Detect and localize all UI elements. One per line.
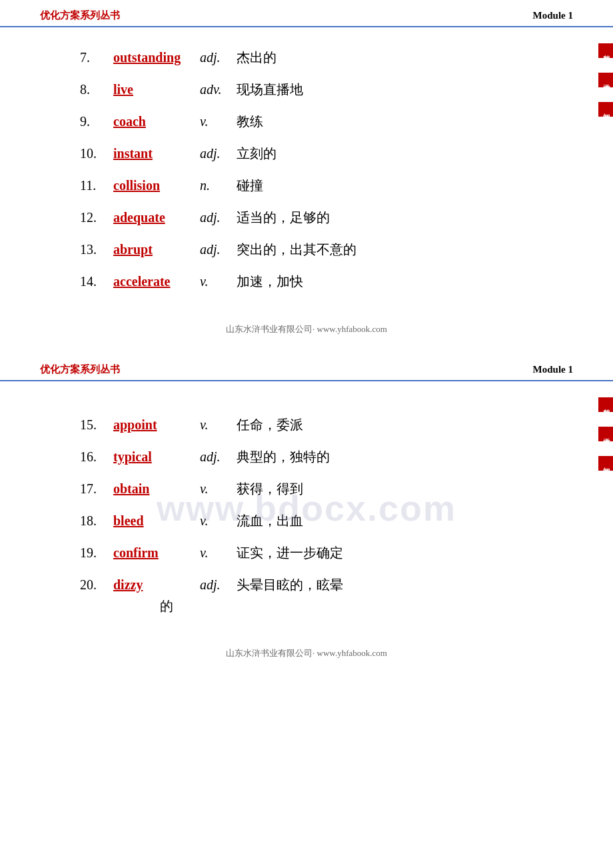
vocab-num-20: 20. <box>80 575 113 595</box>
vocab-word-adequate: adequate <box>113 207 200 227</box>
section-1: 优化方案系列丛书 Module 1 7. outstanding adj. 杰出… <box>0 0 613 354</box>
vocab-pos-16: adj. <box>200 447 237 467</box>
vocab-meaning-16: 典型的，独特的 <box>237 447 330 467</box>
vocab-pos-13: adj. <box>200 239 237 259</box>
dizzy-extra: 的 <box>80 597 546 615</box>
vocab-meaning-15: 任命，委派 <box>237 415 303 435</box>
footer-text-2: 山东水浒书业有限公司· www.yhfabook.com <box>226 648 387 658</box>
vocab-num-9: 9. <box>80 111 113 131</box>
page: 优化方案系列丛书 Module 1 7. outstanding adj. 杰出… <box>0 0 613 671</box>
vocab-pos-9: v. <box>200 111 237 131</box>
vocab-pos-12: adj. <box>200 207 237 227</box>
vocab-word-accelerate: accelerate <box>113 271 200 291</box>
header-module-1: Module 1 <box>533 10 573 21</box>
sidebar-tab-key-2[interactable]: 重点难点研析 <box>598 427 613 441</box>
sidebar-tab-basics-2[interactable]: 基础知识自采 <box>598 397 613 412</box>
vocab-word-collision: collision <box>113 175 200 195</box>
vocab-meaning-7: 杰出的 <box>237 47 277 67</box>
section-2: 优化方案系列丛书 Module 1 www.bdocx.com 15. appo… <box>0 354 613 671</box>
vocab-item-11: 11. collision n. 碰撞 <box>80 175 546 195</box>
vocab-pos-14: v. <box>200 271 237 291</box>
sidebar-tab-practice-2[interactable]: 知能强化训练 <box>598 456 613 471</box>
vocab-item-8: 8. live adv. 现场直播地 <box>80 79 546 99</box>
sidebar-tab-practice-1[interactable]: 知能强化训练 <box>598 102 613 117</box>
header-title-1: 优化方案系列丛书 <box>40 9 120 22</box>
content-area-2: 15. appoint v. 任命，委派 16. typical adj. 典型… <box>0 381 613 641</box>
vocab-pos-8: adv. <box>200 79 237 99</box>
vocab-num-11: 11. <box>80 175 113 195</box>
vocab-word-instant: instant <box>113 143 200 163</box>
content-area-1: 7. outstanding adj. 杰出的 8. live adv. 现场直… <box>0 27 613 317</box>
header-title-2: 优化方案系列丛书 <box>40 363 120 376</box>
vocab-pos-11: n. <box>200 175 237 195</box>
vocab-num-13: 13. <box>80 239 113 259</box>
vocab-pos-15: v. <box>200 415 237 435</box>
vocab-num-16: 16. <box>80 447 113 467</box>
vocab-word-dizzy: dizzy <box>113 575 200 595</box>
vocab-item-7: 7. outstanding adj. 杰出的 <box>80 47 546 67</box>
vocab-num-18: 18. <box>80 511 113 531</box>
header-module-2: Module 1 <box>533 364 573 375</box>
vocab-pos-19: v. <box>200 543 237 563</box>
vocab-num-12: 12. <box>80 207 113 227</box>
sidebar-tabs-1: 基础知识自采 重点难点研析 知能强化训练 <box>598 23 613 354</box>
vocab-num-14: 14. <box>80 271 113 291</box>
vocab-item-13: 13. abrupt adj. 突出的，出其不意的 <box>80 239 546 259</box>
vocab-num-19: 19. <box>80 543 113 563</box>
sidebar-tab-key-1[interactable]: 重点难点研析 <box>598 73 613 87</box>
vocab-meaning-19: 证实，进一步确定 <box>237 543 343 563</box>
vocab-item-17: 17. obtain v. 获得，得到 <box>80 479 546 499</box>
footer-text-1: 山东水浒书业有限公司· www.yhfabook.com <box>226 324 387 334</box>
vocab-meaning-11: 碰撞 <box>237 175 263 195</box>
vocab-meaning-14: 加速，加快 <box>237 271 303 291</box>
vocab-meaning-9: 教练 <box>237 111 263 131</box>
vocab-num-8: 8. <box>80 79 113 99</box>
vocab-pos-10: adj. <box>200 143 237 163</box>
sidebar-tab-basics-1[interactable]: 基础知识自采 <box>598 43 613 58</box>
vocab-word-coach: coach <box>113 111 200 131</box>
vocab-word-abrupt: abrupt <box>113 239 200 259</box>
vocab-item-19: 19. confirm v. 证实，进一步确定 <box>80 543 546 563</box>
sidebar-tabs-2: 基础知识自采 重点难点研析 知能强化训练 <box>598 377 613 671</box>
footer-2: 山东水浒书业有限公司· www.yhfabook.com <box>0 641 613 671</box>
vocab-list-1: 7. outstanding adj. 杰出的 8. live adv. 现场直… <box>80 47 546 291</box>
header-1: 优化方案系列丛书 Module 1 <box>0 0 613 27</box>
vocab-word-confirm: confirm <box>113 543 200 563</box>
vocab-pos-17: v. <box>200 479 237 499</box>
vocab-item-9: 9. coach v. 教练 <box>80 111 546 131</box>
vocab-word-outstanding: outstanding <box>113 47 200 67</box>
vocab-meaning-20: 头晕目眩的，眩晕 <box>237 575 343 595</box>
vocab-item-15: 15. appoint v. 任命，委派 <box>80 415 546 435</box>
header-2: 优化方案系列丛书 Module 1 <box>0 354 613 381</box>
vocab-item-16: 16. typical adj. 典型的，独特的 <box>80 447 546 467</box>
vocab-word-bleed: bleed <box>113 511 200 531</box>
vocab-item-12: 12. adequate adj. 适当的，足够的 <box>80 207 546 227</box>
vocab-item-14: 14. accelerate v. 加速，加快 <box>80 271 546 291</box>
vocab-word-obtain: obtain <box>113 479 200 499</box>
vocab-num-17: 17. <box>80 479 113 499</box>
vocab-word-appoint: appoint <box>113 415 200 435</box>
vocab-list-2: 15. appoint v. 任命，委派 16. typical adj. 典型… <box>80 415 546 595</box>
vocab-pos-7: adj. <box>200 47 237 67</box>
vocab-meaning-18: 流血，出血 <box>237 511 303 531</box>
vocab-pos-20: adj. <box>200 575 237 595</box>
vocab-meaning-10: 立刻的 <box>237 143 277 163</box>
vocab-num-15: 15. <box>80 415 113 435</box>
vocab-meaning-13: 突出的，出其不意的 <box>237 239 356 259</box>
vocab-item-18: 18. bleed v. 流血，出血 <box>80 511 546 531</box>
vocab-meaning-17: 获得，得到 <box>237 479 303 499</box>
vocab-word-live: live <box>113 79 200 99</box>
vocab-item-20: 20. dizzy adj. 头晕目眩的，眩晕 <box>80 575 546 595</box>
vocab-meaning-8: 现场直播地 <box>237 79 303 99</box>
vocab-item-10: 10. instant adj. 立刻的 <box>80 143 546 163</box>
vocab-word-typical: typical <box>113 447 200 467</box>
vocab-pos-18: v. <box>200 511 237 531</box>
footer-1: 山东水浒书业有限公司· www.yhfabook.com <box>0 317 613 347</box>
vocab-num-10: 10. <box>80 143 113 163</box>
vocab-num-7: 7. <box>80 47 113 67</box>
vocab-meaning-12: 适当的，足够的 <box>237 207 330 227</box>
